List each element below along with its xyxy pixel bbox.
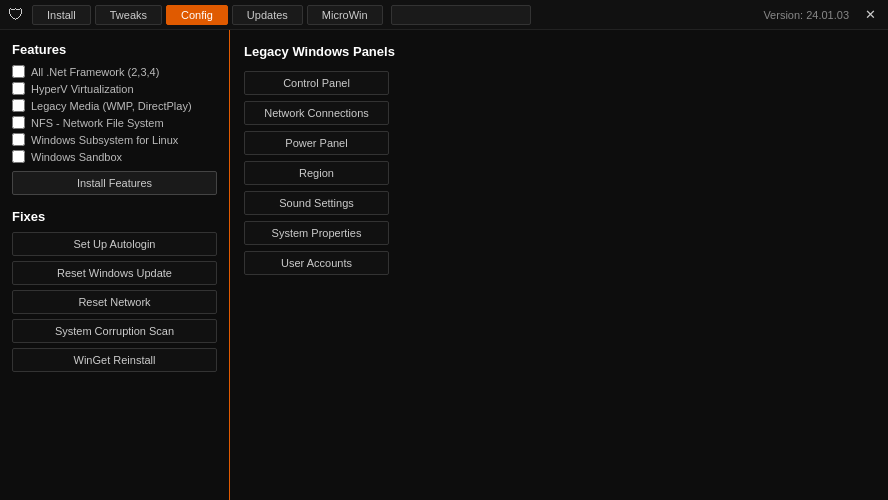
legacy-panel-button-5[interactable]: System Properties	[244, 221, 389, 245]
nav-tabs: InstallTweaksConfigUpdatesMicroWin	[32, 5, 383, 25]
feature-label: Windows Sandbox	[31, 151, 122, 163]
feature-label: NFS - Network File System	[31, 117, 164, 129]
nav-tab-tweaks[interactable]: Tweaks	[95, 5, 162, 25]
feature-label: Legacy Media (WMP, DirectPlay)	[31, 100, 192, 112]
legacy-panel-button-6[interactable]: User Accounts	[244, 251, 389, 275]
feature-item: Windows Sandbox	[12, 150, 217, 163]
legacy-panel-button-1[interactable]: Network Connections	[244, 101, 389, 125]
feature-item: Legacy Media (WMP, DirectPlay)	[12, 99, 217, 112]
nav-tab-microwin[interactable]: MicroWin	[307, 5, 383, 25]
search-input[interactable]	[391, 5, 531, 25]
fixes-title: Fixes	[12, 209, 217, 224]
legacy-panel-button-4[interactable]: Sound Settings	[244, 191, 389, 215]
feature-item: Windows Subsystem for Linux	[12, 133, 217, 146]
legacy-panel-button-3[interactable]: Region	[244, 161, 389, 185]
app-logo: 🛡	[8, 6, 26, 24]
feature-item: All .Net Framework (2,3,4)	[12, 65, 217, 78]
features-title: Features	[12, 42, 217, 57]
nav-tab-updates[interactable]: Updates	[232, 5, 303, 25]
feature-checkbox-0[interactable]	[12, 65, 25, 78]
feature-item: HyperV Virtualization	[12, 82, 217, 95]
close-button[interactable]: ✕	[861, 7, 880, 22]
fix-button-1[interactable]: Reset Windows Update	[12, 261, 217, 285]
fixes-section: Fixes Set Up AutologinReset Windows Upda…	[12, 209, 217, 372]
fixes-list: Set Up AutologinReset Windows UpdateRese…	[12, 232, 217, 372]
legacy-panel-button-0[interactable]: Control Panel	[244, 71, 389, 95]
feature-checkbox-5[interactable]	[12, 150, 25, 163]
fix-button-3[interactable]: System Corruption Scan	[12, 319, 217, 343]
legacy-panels-title: Legacy Windows Panels	[244, 44, 874, 59]
install-features-button[interactable]: Install Features	[12, 171, 217, 195]
fix-button-4[interactable]: WinGet Reinstall	[12, 348, 217, 372]
version-label: Version: 24.01.03	[763, 9, 849, 21]
feature-item: NFS - Network File System	[12, 116, 217, 129]
feature-checkbox-4[interactable]	[12, 133, 25, 146]
main-container: Features All .Net Framework (2,3,4)Hyper…	[0, 30, 888, 500]
nav-tab-install[interactable]: Install	[32, 5, 91, 25]
feature-checkbox-2[interactable]	[12, 99, 25, 112]
feature-checkbox-3[interactable]	[12, 116, 25, 129]
fix-button-0[interactable]: Set Up Autologin	[12, 232, 217, 256]
feature-label: HyperV Virtualization	[31, 83, 134, 95]
left-panel: Features All .Net Framework (2,3,4)Hyper…	[0, 30, 230, 500]
legacy-panel-button-2[interactable]: Power Panel	[244, 131, 389, 155]
feature-checkbox-1[interactable]	[12, 82, 25, 95]
fix-button-2[interactable]: Reset Network	[12, 290, 217, 314]
feature-label: Windows Subsystem for Linux	[31, 134, 178, 146]
nav-tab-config[interactable]: Config	[166, 5, 228, 25]
features-list: All .Net Framework (2,3,4)HyperV Virtual…	[12, 65, 217, 163]
right-panel: Legacy Windows Panels Control PanelNetwo…	[230, 30, 888, 500]
panels-list: Control PanelNetwork ConnectionsPower Pa…	[244, 71, 874, 275]
title-bar: 🛡 InstallTweaksConfigUpdatesMicroWin Ver…	[0, 0, 888, 30]
feature-label: All .Net Framework (2,3,4)	[31, 66, 159, 78]
